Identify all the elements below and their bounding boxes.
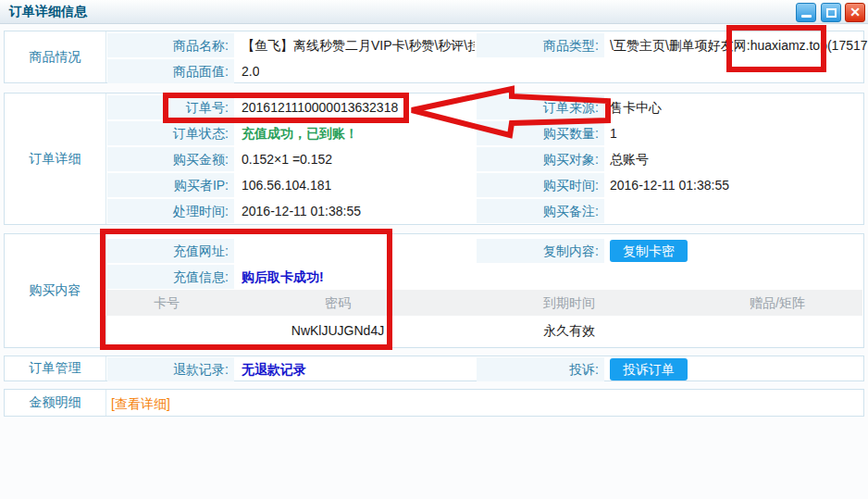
gift-matrix-header: 赠品/矩阵 [694, 290, 861, 316]
expire-time-header: 到期时间 [444, 290, 694, 316]
buy-target-label: 购买对象: [477, 147, 604, 171]
recharge-info-label: 充值信息: [107, 265, 234, 289]
card-password-cell: NwKlJUJGNd4J [231, 316, 444, 346]
minimize-icon [801, 15, 812, 18]
order-row-4: 购买者IP: 106.56.104.181 购买时间: 2016-12-11 0… [107, 172, 863, 198]
card-number-header: 卡号 [102, 290, 231, 316]
process-time-value: 2016-12-11 01:38:55 [242, 198, 361, 224]
section-product-info: 商品情况 商品名称: 【鱼飞】离线秒赞二月VIP卡\秒赞\秒评\挂挂 商品类型:… [4, 31, 864, 83]
recharge-url-label: 充值网址: [107, 239, 234, 263]
order-row-3: 购买金额: 0.152×1 =0.152 购买对象: 总账号 [107, 146, 863, 172]
section-content-label: 购买内容 [5, 234, 106, 347]
buy-qty-value: 1 [610, 120, 617, 146]
product-face-value: 2.0 [242, 58, 259, 84]
product-face-label: 商品面值: [107, 59, 234, 83]
recharge-info-row: 充值信息: 购后取卡成功! [107, 264, 863, 290]
card-number-cell [102, 316, 231, 346]
view-detail-link[interactable]: [查看详细] [111, 391, 170, 417]
order-number-label: 订单号: [107, 95, 234, 119]
card-table-row: NwKlJUJGNd4J 永久有效 [102, 316, 862, 346]
order-status-value: 充值成功，已到账！ [242, 120, 358, 146]
refund-record-label: 退款记录: [107, 357, 234, 381]
section-order-label: 订单详细 [5, 94, 106, 224]
section-amount-label: 金额明细 [5, 390, 106, 416]
order-row-2: 订单状态: 充值成功，已到账！ 购买数量: 1 [107, 120, 863, 146]
buy-remark-label: 购买备注: [477, 199, 604, 223]
order-source-value: 售卡中心 [610, 94, 662, 120]
section-order-manage: 订单管理 退款记录: 无退款记录 投诉: 投诉订单 [4, 356, 864, 381]
order-row-5: 处理时间: 2016-12-11 01:38:55 购买备注: [107, 198, 863, 224]
expire-time-cell: 永久有效 [444, 316, 694, 346]
buy-time-value: 2016-12-11 01:38:55 [610, 172, 729, 198]
minimize-button[interactable] [796, 3, 816, 22]
order-source-label: 订单来源: [477, 95, 604, 119]
gift-matrix-cell [694, 316, 861, 346]
maximize-button[interactable] [821, 3, 841, 22]
buy-time-label: 购买时间: [477, 173, 604, 197]
recharge-url-row: 充值网址: 复制内容: 复制卡密 [107, 238, 863, 264]
card-table-header: 卡号 密码 到期时间 赠品/矩阵 [102, 290, 862, 316]
buy-amount-value: 0.152×1 =0.152 [242, 146, 332, 172]
close-button[interactable] [845, 3, 865, 22]
section-manage-label: 订单管理 [5, 356, 106, 380]
buyer-ip-label: 购买者IP: [107, 173, 234, 197]
complaint-label: 投诉: [477, 357, 604, 381]
order-row-1: 订单号: 2016121110000013632318 订单来源: 售卡中心 [107, 94, 863, 120]
product-type-value: \互赞主页\删单项好友网:huaxiamz.top(17517 [610, 32, 868, 58]
refund-record-value: 无退款记录 [242, 356, 306, 382]
recharge-info-value: 购后取卡成功! [242, 264, 324, 290]
manage-row: 退款记录: 无退款记录 投诉: 投诉订单 [107, 356, 863, 382]
product-type-label: 商品类型: [477, 33, 604, 57]
title-bar: 订单详细信息 [0, 0, 868, 24]
product-name-label: 商品名称: [107, 33, 234, 57]
window-title: 订单详细信息 [9, 4, 87, 20]
order-status-label: 订单状态: [107, 121, 234, 145]
product-face-row: 商品面值: 2.0 [107, 58, 863, 84]
buy-amount-label: 购买金额: [107, 147, 234, 171]
process-time-label: 处理时间: [107, 199, 234, 223]
amount-row: [查看详细] [107, 391, 863, 417]
order-number-value: 2016121110000013632318 [242, 94, 398, 120]
product-name-row: 商品名称: 【鱼飞】离线秒赞二月VIP卡\秒赞\秒评\挂挂 商品类型: \互赞主… [107, 32, 863, 58]
section-amount-detail: 金额明细 [查看详细] [4, 389, 864, 417]
copy-card-button[interactable]: 复制卡密 [610, 240, 688, 262]
buy-qty-label: 购买数量: [477, 121, 604, 145]
maximize-icon [826, 8, 837, 18]
copy-content-label: 复制内容: [477, 239, 604, 263]
buy-target-value: 总账号 [610, 146, 649, 172]
buyer-ip-value: 106.56.104.181 [242, 172, 331, 198]
complain-order-button[interactable]: 投诉订单 [610, 358, 688, 380]
section-purchase-content: 购买内容 充值网址: 复制内容: 复制卡密 充值信息: 购后取卡成功! 卡号 密… [4, 233, 864, 348]
card-password-header: 密码 [231, 290, 444, 316]
section-product-label: 商品情况 [5, 31, 106, 82]
product-name-value: 【鱼飞】离线秒赞二月VIP卡\秒赞\秒评\挂挂 [242, 32, 475, 58]
section-order-details: 订单详细 订单号: 2016121110000013632318 订单来源: 售… [4, 93, 864, 225]
